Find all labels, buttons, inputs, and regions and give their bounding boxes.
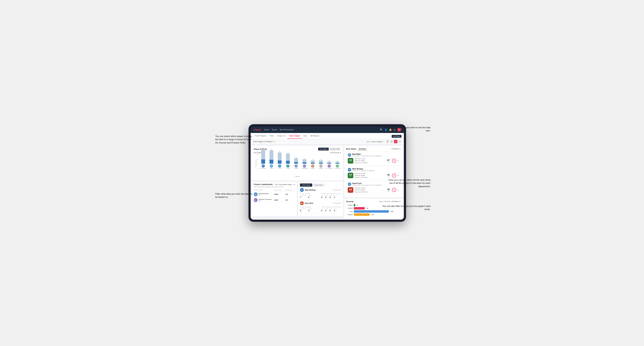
avatar-5: GB (303, 165, 306, 168)
activity-player-1: RB Rees Britt 02 Sep 2023 Total Rounds (300, 201, 341, 213)
shot-desc-1: Shot Dist: 43 ydsStart Lie: RoughEnd Lie… (355, 173, 386, 178)
avatar-9: LR (336, 165, 339, 168)
leaderboard-dropdown[interactable]: PUTT Must Make Putting ... ▼ (275, 184, 295, 185)
activity-name-1: Rees Britt (305, 202, 313, 204)
tab-all-shots[interactable]: All Shots (358, 148, 367, 150)
lb-name-0: Richard Butler (259, 193, 268, 194)
shot-player-info-2: DF David Ford 24 Aug 2023 · Royal North … (348, 182, 399, 186)
nav-link-performance[interactable]: My Performance (280, 129, 294, 131)
scoring-filter-1[interactable]: Par 3, 4 & 5s ▼ (380, 201, 390, 202)
nav-link-teams[interactable]: Teams (272, 129, 277, 131)
avatar-0: BM (262, 165, 265, 168)
shot-player-name-2: David Ford (352, 182, 381, 184)
col-pb-avg: PB AVG SQ (286, 189, 295, 191)
nav-link-home[interactable]: Home (264, 129, 269, 131)
best-shots-header: Best Shots All Shots ▼ All Players ▼ (346, 148, 401, 150)
activity-tabs: Most Active Least Active (300, 183, 341, 187)
activity-avatar-1: RB (300, 201, 304, 205)
tournament-1: 8 (300, 209, 306, 212)
shot-badge-0: 200 SG (348, 158, 353, 164)
toggle-on-course[interactable]: On Course (318, 148, 329, 151)
lb-name-1: Edward Crossman (259, 198, 272, 200)
all-players-filter[interactable]: All Players ▼ (392, 148, 401, 150)
leaderboard-header: Practice Leaderboards PUTT Must Make Put… (254, 183, 295, 185)
avatar-7: MM (320, 165, 322, 168)
y-label-0: 0 (258, 168, 258, 169)
shot-desc-2: Shot Dist: 16 ydsStart Lie: RoughEnd Lie… (355, 187, 386, 193)
lb-avatar-0: RB (254, 192, 258, 196)
scoring-filters: Par 3, 4 & 5s ▼ All Players ▼ (380, 201, 401, 202)
bar-group-4: 5 EE E. Ebert (292, 157, 300, 169)
nav-links: Home Teams My Performance (264, 129, 294, 131)
shot-info-0: 09 Jan 2023 · Royal North Devon GC, Hole… (352, 155, 381, 157)
add-team-button[interactable]: Add Team (392, 135, 402, 138)
shot-desc-0: Shot Dist: 67 ydsStart Lie: RoughEnd Lie… (355, 158, 386, 164)
activity-date-0: 26 Aug 2023 (333, 189, 341, 191)
tab-tour[interactable]: Tour (302, 133, 309, 139)
edit-icon[interactable]: ✏️ (273, 141, 275, 142)
practice-1: 4 (308, 209, 312, 212)
shot-metrics-2: 16 yds 0 yds (387, 188, 399, 192)
activity-card: Most Active Least Active BM Blair McHarg (298, 182, 343, 216)
shot-details-1: 200 SG Shot Dist: 43 ydsStart Lie: Rough… (348, 173, 399, 178)
best-shots-tabs: All Shots ▼ (358, 148, 368, 150)
activity-player-header-1: RB Rees Britt 02 Sep 2023 (300, 201, 341, 205)
stat-group-rounds-0: Total Rounds Tournament 7 Practice (300, 193, 320, 198)
bar-group-7: 3 MM M. Miller (317, 159, 325, 169)
lb-avg-0: 110 (286, 193, 295, 195)
heart-view-button[interactable]: ♥ (394, 140, 398, 143)
toggle-practice-drills[interactable]: Practice Drills (329, 148, 341, 151)
scoring-title: Scoring (346, 200, 353, 202)
shot-avatar-2: DF (348, 182, 351, 186)
team-header: Team Clippd | 14 Players ✏️ Show: Last 3… (250, 139, 404, 144)
grid-view-button[interactable]: ⊞ (386, 140, 390, 143)
team-label: Team Clippd | 14 Players (253, 141, 272, 143)
bs-header-left: Best Shots All Shots ▼ (346, 148, 368, 150)
leaderboard-card: Practice Leaderboards PUTT Must Make Put… (252, 182, 297, 216)
tab-most-active[interactable]: Most Active (300, 183, 312, 187)
shot-metrics-0: 67 yds 0 yds (387, 159, 399, 163)
bar-8 (327, 162, 331, 164)
list-view-button[interactable]: ⊟ (390, 140, 394, 143)
scoring-filter-2[interactable]: All Players ▼ (392, 201, 401, 202)
tab-least-active[interactable]: Least Active (312, 183, 325, 187)
col-player-name: PLAYER NAME (254, 189, 274, 191)
tab-team-clippd[interactable]: Team Clippd (287, 133, 302, 139)
shot-card-0[interactable]: MM Matt Miller 09 Jan 2023 · Royal North… (346, 152, 401, 165)
tab-pga[interactable]: PGA (268, 133, 276, 139)
stat-group-practice-1: Total Practice Activities GTT 0 APP (321, 206, 341, 212)
scoring-header: Scoring Par 3, 4 & 5s ▼ All Players ▼ (346, 200, 401, 202)
tab-hcaps[interactable]: Hcaps 1-5 (276, 133, 287, 139)
birdies-value: 96 (366, 207, 368, 209)
total-rounds-dropdown[interactable]: Total Rounds ▼ (330, 152, 341, 154)
avatar-4: EE (294, 165, 298, 168)
lb-row-0: RB Richard Butler 🥇 1 19/20 110 (254, 191, 295, 197)
bar-group-6: 3 RB R. Butler (309, 159, 316, 169)
dropdown-arrow[interactable]: ▼ (383, 141, 384, 142)
tab-bar: PGAT Players PGA Hcaps 1-5 Team Clippd T… (250, 133, 404, 139)
bar-2 (278, 153, 282, 164)
bar-group-8: 2 EC E. Crossman (325, 160, 333, 169)
main-content: Player Activity On Course Practice Drill… (250, 144, 404, 220)
shot-metrics-1: 43 yds 0 yds (387, 173, 399, 177)
leaderboard-columns: PLAYER NAME PB SCORE PB AVG SQ (254, 189, 295, 191)
lb-avatar-1: EC (254, 198, 258, 202)
lb-rank-1: 🥈 2 (259, 200, 272, 202)
shot-card-2[interactable]: DF David Ford 24 Aug 2023 · Royal North … (346, 181, 401, 194)
tab-all-players[interactable]: All Players (309, 133, 321, 139)
bar-7 (319, 161, 323, 164)
annotation-bottom-left: Filter what data you wish the table to b… (215, 192, 254, 199)
table-view-button[interactable]: ≡ (398, 140, 402, 143)
tablet-screen: clippd Home Teams My Performance 🔍 👤 🔔 ⊕… (250, 126, 404, 220)
bar-group-2: 10 DF D. Ford (276, 151, 284, 169)
tab-pgat-players[interactable]: PGAT Players (253, 133, 268, 139)
col-pb-score: PB SCORE (274, 189, 285, 191)
lb-player-1: EC Edward Crossman 🥈 2 (254, 198, 274, 202)
shot-card-1[interactable]: BM Blair McHarg 23 Jul 2023 · Ashridge G… (346, 166, 401, 180)
y-label-10: 10 (257, 159, 258, 160)
leaderboard-subtitle: PUTT Must Make Putting (3-6 ft), Last 3 … (254, 186, 295, 188)
shot-player-info-1: BM Blair McHarg 23 Jul 2023 · Ashridge G… (348, 168, 399, 172)
show-value[interactable]: Last 3 months (372, 141, 382, 143)
annotation-top-right: Choose the timescale you wish to see the… (382, 126, 430, 132)
avatar-1: RB (270, 165, 273, 168)
